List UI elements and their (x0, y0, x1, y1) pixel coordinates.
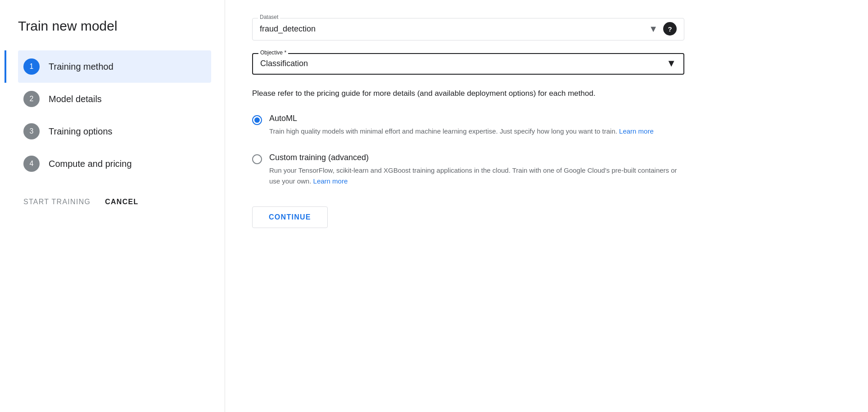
cancel-button[interactable]: CANCEL (105, 198, 138, 206)
objective-field-group: Objective * Classification ▼ (252, 53, 684, 75)
dataset-label: Dataset (258, 14, 280, 20)
automl-radio-inner (254, 117, 260, 123)
custom-training-option: Custom training (advanced) Run your Tens… (252, 153, 684, 187)
continue-button[interactable]: CONTINUE (252, 206, 328, 228)
dataset-value: fraud_detection (260, 24, 649, 34)
sidebar-item-training-method[interactable]: 1 Training method (18, 50, 211, 83)
step-4-number: 4 (23, 156, 40, 172)
custom-learn-more-link[interactable]: Learn more (313, 177, 348, 185)
automl-title: AutoML (269, 114, 684, 123)
objective-asterisk: * (284, 49, 286, 56)
dataset-dropdown-icon[interactable]: ▼ (649, 24, 658, 34)
step-list: 1 Training method 2 Model details 3 Trai… (18, 50, 211, 180)
dataset-wrapper: Dataset fraud_detection ▼ ? (252, 18, 684, 40)
sidebar-item-model-details[interactable]: 2 Model details (18, 83, 211, 115)
step-2-label: Model details (49, 94, 102, 104)
step-2-number: 2 (23, 91, 40, 107)
custom-description: Run your TensorFlow, scikit-learn and XG… (269, 165, 684, 187)
automl-radio[interactable] (252, 115, 262, 125)
objective-value-row[interactable]: Classification ▼ (260, 58, 676, 69)
automl-learn-more-link[interactable]: Learn more (619, 127, 654, 135)
sidebar-item-compute-pricing[interactable]: 4 Compute and pricing (18, 148, 211, 180)
sidebar-item-training-options[interactable]: 3 Training options (18, 115, 211, 148)
step-1-number: 1 (23, 58, 40, 75)
objective-value: Classification (260, 59, 308, 68)
automl-content: AutoML Train high quality models with mi… (269, 114, 684, 137)
objective-wrapper: Objective * Classification ▼ (252, 53, 684, 75)
step-1-label: Training method (49, 62, 113, 72)
step-3-number: 3 (23, 123, 40, 139)
sidebar: Train new model 1 Training method 2 Mode… (0, 0, 225, 412)
dataset-field-group: Dataset fraud_detection ▼ ? (252, 18, 684, 40)
custom-radio[interactable] (252, 154, 262, 164)
step-3-label: Training options (49, 126, 113, 137)
custom-content: Custom training (advanced) Run your Tens… (269, 153, 684, 187)
main-content: Dataset fraud_detection ▼ ? Objective * (225, 0, 868, 412)
help-icon[interactable]: ? (663, 22, 677, 36)
automl-option: AutoML Train high quality models with mi… (252, 114, 684, 137)
automl-description: Train high quality models with minimal e… (269, 126, 684, 137)
step-4-label: Compute and pricing (49, 159, 132, 169)
page-title: Train new model (18, 18, 211, 34)
start-training-button[interactable]: START TRAINING (23, 198, 90, 206)
description-text: Please refer to the pricing guide for mo… (252, 87, 684, 99)
objective-dropdown-icon[interactable]: ▼ (666, 58, 676, 69)
custom-title: Custom training (advanced) (269, 153, 684, 162)
sidebar-actions: START TRAINING CANCEL (18, 198, 211, 206)
objective-label: Objective * (258, 49, 288, 56)
dataset-icons: ▼ ? (649, 22, 677, 36)
